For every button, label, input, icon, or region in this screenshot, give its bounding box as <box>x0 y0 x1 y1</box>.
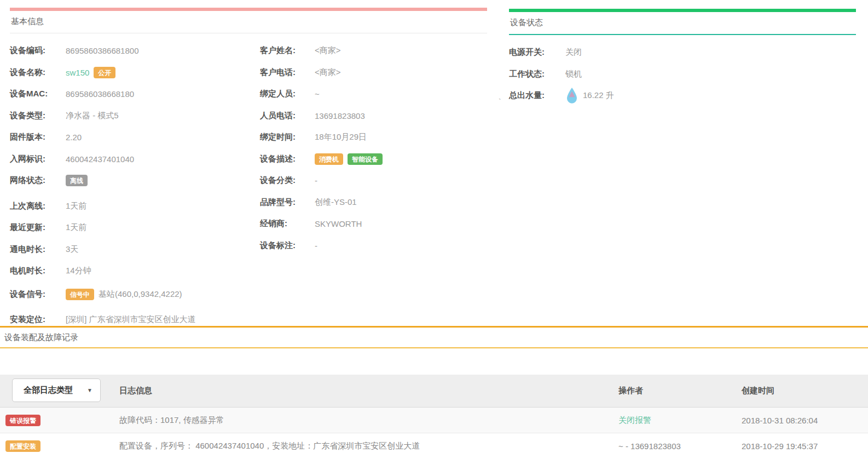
field-value: 2.20 <box>66 133 82 142</box>
device-status-panel: 设备状态 电源开关: 关闭 工作状态: 锁机 总出水量: 16.22 升 <box>509 9 856 107</box>
basic-info-left-column: 设备编码: 8695860386681800 设备名称: sw150 公开 设备… <box>10 40 260 331</box>
info-row-device-mac: 设备MAC: 869586038668180 <box>10 83 260 105</box>
info-row-bound-person: 绑定人员: ~ <box>260 83 487 105</box>
info-row-device-name: 设备名称: sw150 公开 <box>10 62 260 84</box>
status-panel-title: 设备状态 <box>509 18 856 35</box>
field-value: 8695860386681800 <box>66 46 138 55</box>
status-row-work-state: 工作状态: 锁机 <box>509 64 856 85</box>
log-row-config-install: 配置安装 配置设备，序列号： 460042437401040，安装地址：广东省深… <box>0 433 868 459</box>
signal-badge: 信号中 <box>66 289 94 300</box>
field-value: 关闭 <box>565 47 582 58</box>
log-section-title: 设备装配及故障记录 <box>4 332 78 343</box>
info-row-network-id: 入网标识: 460042437401040 <box>10 148 260 170</box>
stray-mark: ` <box>499 98 501 106</box>
field-label: 上次离线: <box>10 201 66 211</box>
log-created-time: 2018-10-31 08:26:04 <box>736 416 868 425</box>
info-row-power-duration: 通电时长: 3天 <box>10 239 260 261</box>
field-label: 经销商: <box>260 219 315 229</box>
section-divider-top <box>0 326 868 328</box>
field-label: 设备编码: <box>10 45 66 56</box>
info-row-device-type: 设备类型: 净水器 - 模式5 <box>10 105 260 127</box>
device-log-table: 全部日志类型 ▼ 日志信息 操作者 创建时间 错误报警 故障代码：1017, 传… <box>0 375 868 459</box>
close-alarm-link[interactable]: 关闭报警 <box>618 415 651 425</box>
info-row-brand-model: 品牌型号: 创维-YS-01 <box>260 192 487 214</box>
info-row-person-phone: 人员电话: 13691823803 <box>260 105 487 127</box>
field-value: 460042437401040 <box>66 154 134 164</box>
field-value: <商家> <box>315 45 341 56</box>
field-label: 品牌型号: <box>260 197 315 208</box>
basic-panel-accent-bar <box>10 8 487 11</box>
field-value: 13691823803 <box>315 111 365 121</box>
field-label: 安装定位: <box>10 314 66 325</box>
log-operator: ~ - 13691823803 <box>613 441 736 451</box>
info-row-device-category: 设备分类: - <box>260 170 487 192</box>
error-alarm-badge: 错误报警 <box>5 415 40 426</box>
field-value: [深圳] 广东省深圳市宝安区创业大道 <box>66 314 196 325</box>
field-label: 通电时长: <box>10 244 66 255</box>
info-row-last-offline: 上次离线: 1天前 <box>10 196 260 217</box>
field-value: ~ <box>315 89 320 99</box>
info-row-device-signal: 设备信号: 信号中 基站(460,0,9342,4222) <box>10 284 260 306</box>
log-type-filter-select[interactable]: 全部日志类型 ▼ <box>12 378 101 402</box>
field-label: 总出水量: <box>509 90 565 101</box>
column-header-message: 日志信息 <box>109 386 613 396</box>
field-label: 绑定时间: <box>260 132 315 142</box>
chevron-down-icon: ▼ <box>87 387 92 393</box>
field-label: 设备类型: <box>10 111 66 121</box>
field-value: 1天前 <box>66 222 86 233</box>
field-value: - <box>315 176 317 185</box>
basic-info-panel: 基本信息 设备编码: 8695860386681800 设备名称: sw150 … <box>10 8 487 331</box>
info-row-customer-name: 客户姓名: <商家> <box>260 40 487 62</box>
log-table-header: 全部日志类型 ▼ 日志信息 操作者 创建时间 <box>0 375 868 408</box>
field-value: - <box>315 241 317 250</box>
field-label: 最近更新: <box>10 222 66 233</box>
info-row-motor-duration: 电机时长: 14分钟 <box>10 260 260 282</box>
info-row-dealer: 经销商: SKYWORTH <box>260 213 487 235</box>
column-header-created: 创建时间 <box>736 386 868 396</box>
field-label: 工作状态: <box>509 69 565 79</box>
status-row-total-water: 总出水量: 16.22 升 <box>509 85 856 107</box>
field-label: 电源开关: <box>509 47 565 58</box>
field-value: 3天 <box>66 244 78 255</box>
info-row-customer-phone: 客户电话: <商家> <box>260 62 487 84</box>
field-label: 固件版本: <box>10 132 66 142</box>
field-label: 电机时长: <box>10 266 66 276</box>
field-value: 16.22 升 <box>583 90 614 101</box>
info-row-last-update: 最近更新: 1天前 <box>10 217 260 239</box>
info-row-bind-time: 绑定时间: 18年10月29日 <box>260 127 487 148</box>
field-label: 网络状态: <box>10 175 66 186</box>
field-label: 设备分类: <box>260 175 315 186</box>
smart-device-badge: 智能设备 <box>348 153 383 165</box>
field-value: 18年10月29日 <box>315 132 367 142</box>
consumer-machine-badge: 消费机 <box>315 153 343 165</box>
log-type-filter-value: 全部日志类型 <box>24 385 73 395</box>
offline-status-badge: 离线 <box>66 175 88 186</box>
field-label: 客户电话: <box>260 67 315 78</box>
basic-panel-title: 基本信息 <box>10 16 487 33</box>
basic-info-middle-column: 客户姓名: <商家> 客户电话: <商家> 绑定人员: ~ 人员电话: 1369… <box>260 40 487 331</box>
info-row-firmware: 固件版本: 2.20 <box>10 127 260 148</box>
info-row-device-description: 设备描述: 消费机 智能设备 <box>260 148 487 170</box>
field-label: 绑定人员: <box>260 89 315 99</box>
log-row-error-alarm: 错误报警 故障代码：1017, 传感器异常 关闭报警 2018-10-31 08… <box>0 408 868 433</box>
column-header-operator: 操作者 <box>613 386 736 396</box>
field-label: 设备名称: <box>10 67 66 78</box>
field-label: 客户姓名: <box>260 45 315 56</box>
log-message: 配置设备，序列号： 460042437401040，安装地址：广东省深圳市宝安区… <box>109 441 613 451</box>
field-value: <商家> <box>315 67 341 78</box>
status-row-power-switch: 电源开关: 关闭 <box>509 42 856 64</box>
field-value: 锁机 <box>565 69 582 79</box>
field-label: 设备描述: <box>260 154 315 164</box>
field-value: 创维-YS-01 <box>315 197 357 208</box>
device-name-link[interactable]: sw150 <box>66 68 89 77</box>
field-value: 基站(460,0,9342,4222) <box>99 289 182 300</box>
field-label: 设备信号: <box>10 289 66 300</box>
public-badge: 公开 <box>94 67 115 78</box>
field-label: 设备MAC: <box>10 89 66 99</box>
field-value: 869586038668180 <box>66 89 134 99</box>
info-row-device-code: 设备编码: 8695860386681800 <box>10 40 260 62</box>
field-value: 净水器 - 模式5 <box>66 111 119 121</box>
log-message: 故障代码：1017, 传感器异常 <box>109 415 613 426</box>
config-install-badge: 配置安装 <box>5 440 40 452</box>
status-panel-accent-bar <box>509 9 856 12</box>
